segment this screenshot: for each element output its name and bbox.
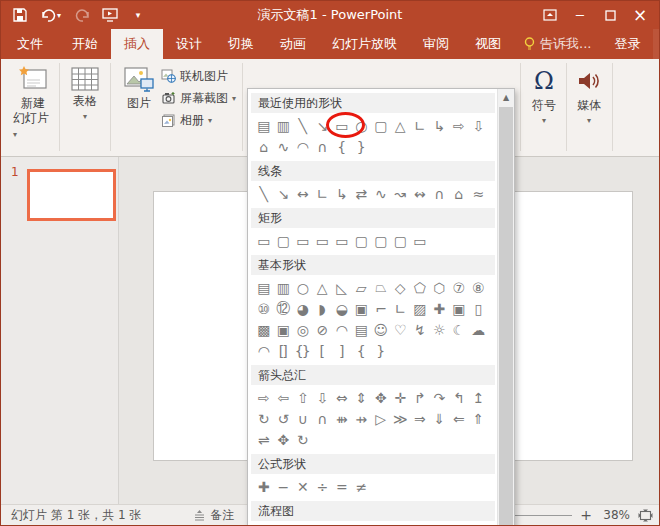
shape-equal[interactable]: = — [331, 476, 351, 497]
scroll-up-icon[interactable]: ▲ — [498, 89, 514, 106]
start-slideshow-icon[interactable] — [101, 6, 119, 24]
shape-up-down-arrow[interactable]: ⇕ — [351, 387, 371, 408]
shape-not-equal[interactable]: ≠ — [351, 476, 371, 497]
shape-right-brace[interactable]: } — [351, 136, 371, 157]
shape-bent-up-arrow[interactable]: ↥ — [468, 387, 488, 408]
shape-elbow-arrow-connector[interactable]: ↳ — [331, 183, 351, 204]
maximize-button[interactable] — [595, 1, 625, 29]
shape-double-bracket[interactable]: [] — [273, 340, 293, 361]
photo-album-button[interactable]: 相册 ▾ — [161, 109, 236, 131]
shape-diamond[interactable]: ◇ — [390, 277, 410, 298]
slide-thumbnail-1[interactable] — [27, 169, 116, 221]
shape-freeform[interactable]: ⌂ — [448, 183, 468, 204]
shape-elbow-double-arrow-connector[interactable]: ⇄ — [351, 183, 371, 204]
shape-striped-right-arrow[interactable]: ⇻ — [331, 408, 351, 429]
shape-line-arrow[interactable]: ↘ — [312, 115, 332, 136]
tab-design[interactable]: 设计 — [163, 29, 215, 59]
save-icon[interactable] — [11, 6, 29, 24]
shape-l-shape[interactable]: ∟ — [390, 298, 410, 319]
shape-curve[interactable]: ∩ — [429, 183, 449, 204]
shape-left-up-arrow[interactable]: ↰ — [448, 387, 468, 408]
shape-round-diagonal-corner-rectangle[interactable]: ▢ — [390, 230, 410, 251]
shape-curved-double-arrow-connector[interactable]: ↭ — [409, 183, 429, 204]
shape-curved-up-arrow[interactable]: ∪ — [292, 408, 312, 429]
tab-animations[interactable]: 动画 — [267, 29, 319, 59]
shape-decagon[interactable]: ⑩ — [253, 298, 273, 319]
shape-u-turn-arrow[interactable]: ↷ — [429, 387, 449, 408]
shape-oval[interactable]: ○ — [292, 277, 312, 298]
shape-up-arrow[interactable]: ⇧ — [292, 387, 312, 408]
shape-elbow-connector[interactable]: ∟ — [409, 115, 429, 136]
symbol-button[interactable]: Ω 符号 ▾ — [525, 62, 563, 130]
shape-heptagon[interactable]: ⑦ — [448, 277, 468, 298]
shape-vertical-text-box[interactable]: ▥ — [273, 277, 293, 298]
tab-insert[interactable]: 插入 — [111, 29, 163, 59]
shape-arrow[interactable]: ↘ — [273, 183, 293, 204]
shape-diagonal-stripe[interactable]: ▨ — [409, 298, 429, 319]
shape-frame[interactable]: ▣ — [351, 298, 371, 319]
table-button[interactable]: 表格 ▾ — [63, 62, 107, 126]
shape-line[interactable]: ╲ — [253, 183, 273, 204]
menu-scrollbar[interactable]: ▲ — [497, 89, 514, 526]
shape-can[interactable]: ▯ — [468, 298, 488, 319]
shape-bevel[interactable]: ▣ — [273, 319, 293, 340]
shape-right-arrow[interactable]: ⇨ — [253, 387, 273, 408]
tab-home[interactable]: 开始 — [59, 29, 111, 59]
shape-double-brace[interactable]: {} — [292, 340, 312, 361]
shape-cross[interactable]: ✚ — [429, 298, 449, 319]
ribbon-display-options-icon[interactable] — [535, 1, 565, 29]
shape-arc[interactable]: ◠ — [253, 340, 273, 361]
shape-snip-same-side-corner-rectangle[interactable]: ▭ — [312, 230, 332, 251]
shape-minus[interactable]: − — [273, 476, 293, 497]
shape-freeform[interactable]: ⌂ — [253, 136, 273, 157]
sign-in-button[interactable]: 登录 — [601, 29, 653, 59]
tab-view[interactable]: 视图 — [462, 29, 514, 59]
shape-snip-single-corner-rectangle[interactable]: ▭ — [292, 230, 312, 251]
shape-smiley-face[interactable]: ☺ — [370, 319, 390, 340]
shape-bent-arrow[interactable]: ↱ — [409, 387, 429, 408]
shape-parallelogram[interactable]: ▱ — [351, 277, 371, 298]
shape-quad-arrow-callout[interactable]: ✥ — [273, 429, 293, 450]
shape-plus[interactable]: ✚ — [253, 476, 273, 497]
shape-left-bracket[interactable]: [ — [312, 340, 332, 361]
shape-right-brace[interactable]: } — [370, 340, 390, 361]
shape-division[interactable]: ÷ — [312, 476, 332, 497]
shape-snip-diagonal-corner-rectangle[interactable]: ▭ — [331, 230, 351, 251]
shape-regular-pentagon[interactable]: ⬠ — [409, 277, 429, 298]
shape-donut[interactable]: ◎ — [292, 319, 312, 340]
fit-to-window-icon[interactable] — [638, 509, 653, 522]
shape-double-arrow[interactable]: ↔ — [292, 183, 312, 204]
shape-line[interactable]: ╲ — [292, 115, 312, 136]
undo-dropdown-icon[interactable]: ▾ — [57, 11, 61, 20]
shape-left-right-arrow[interactable]: ⇔ — [331, 387, 351, 408]
tab-slideshow[interactable]: 幻灯片放映 — [319, 29, 410, 59]
shape-curve[interactable]: ∩ — [312, 136, 332, 157]
shape-up-arrow-callout[interactable]: ⇑ — [468, 408, 488, 429]
scrollbar-thumb[interactable] — [499, 107, 513, 526]
shape-heart[interactable]: ♡ — [390, 319, 410, 340]
shape-multiply[interactable]: ✕ — [292, 476, 312, 497]
close-button[interactable]: × — [625, 1, 655, 29]
shape-elbow-connector[interactable]: ∟ — [312, 183, 332, 204]
zoom-in-button[interactable]: + — [580, 507, 592, 523]
shape-snip-and-round-single-corner-rectangle[interactable]: ▭ — [409, 230, 429, 251]
picture-button[interactable]: 图片 — [119, 62, 159, 113]
shape-scribble[interactable]: ∿ — [273, 136, 293, 157]
online-pictures-button[interactable]: 联机图片 — [161, 65, 236, 87]
shape-rectangle[interactable]: ▭ — [331, 115, 351, 136]
minimize-button[interactable]: ─ — [565, 1, 595, 29]
shape-rounded-rectangle[interactable]: ▢ — [370, 115, 390, 136]
shape-cube[interactable]: ▩ — [253, 319, 273, 340]
shape-text-box[interactable]: ▤ — [253, 115, 273, 136]
shape-isosceles-triangle[interactable]: △ — [390, 115, 410, 136]
shape-cloud[interactable]: ☁ — [468, 319, 488, 340]
shape-right-triangle[interactable]: ◺ — [331, 277, 351, 298]
shape-down-arrow[interactable]: ⇩ — [312, 387, 332, 408]
shape-no-symbol[interactable]: ⊘ — [312, 319, 332, 340]
shape-plaque[interactable]: ▣ — [448, 298, 468, 319]
shape-left-brace[interactable]: { — [331, 136, 351, 157]
tab-review[interactable]: 审阅 — [410, 29, 462, 59]
shape-curved-down-arrow[interactable]: ∩ — [312, 408, 332, 429]
shape-left-right-up-arrow[interactable]: ✛ — [390, 387, 410, 408]
shape-notched-right-arrow[interactable]: ⇸ — [351, 408, 371, 429]
